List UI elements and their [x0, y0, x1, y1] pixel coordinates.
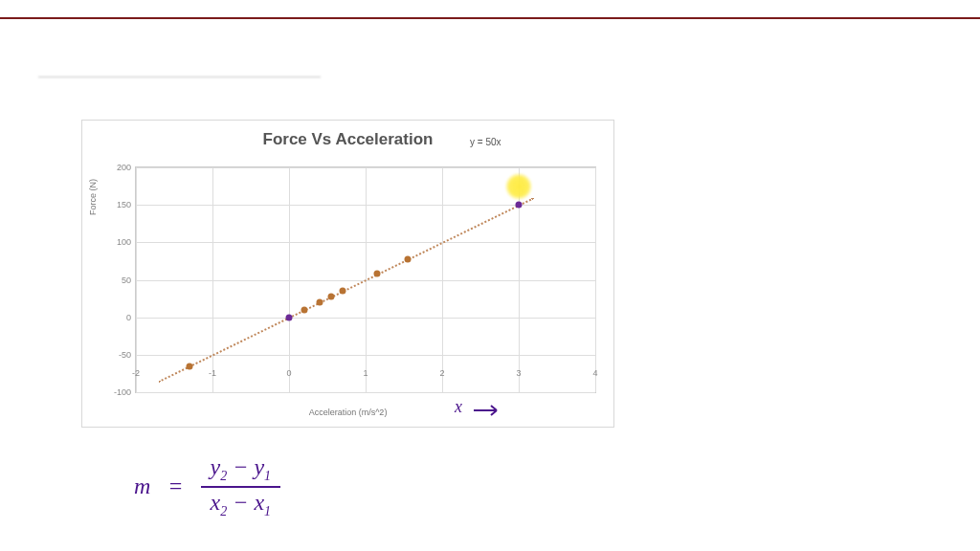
chart-data-point — [340, 288, 346, 295]
formula-fraction: y2 − y1 x2 − x1 — [201, 454, 281, 519]
handwritten-x-label: x — [455, 397, 462, 417]
chart-data-point — [317, 299, 323, 306]
grid-line-h — [136, 392, 595, 393]
grid-line-v — [136, 167, 137, 392]
y-tick-label: 50 — [93, 276, 131, 285]
chart-equation: y = 50x — [470, 137, 501, 147]
chart-data-point — [187, 363, 193, 369]
x-tick-label: 3 — [516, 368, 521, 378]
chart-data-point — [516, 202, 523, 209]
chart-x-axis-label: Acceleration (m/s^2) — [82, 408, 613, 417]
formula-numerator: y2 − y1 — [201, 454, 281, 488]
x-tick-label: 2 — [439, 368, 444, 378]
y-tick-label: 0 — [93, 313, 131, 322]
y-tick-label: 150 — [93, 200, 131, 209]
title-underline — [38, 77, 321, 77]
chart-plot-area: -100-50050100150200-2-101234 — [135, 166, 596, 393]
formula-denominator: x2 − x1 — [201, 488, 281, 519]
slide-content: y Force Vs Acceleration y = 50x Force (N… — [0, 19, 980, 551]
grid-line-v — [442, 167, 443, 392]
chart-data-point — [301, 306, 308, 313]
x-tick-label: 4 — [592, 368, 597, 378]
chart-data-point — [405, 255, 412, 262]
cursor-highlight — [505, 173, 532, 200]
chart-data-point — [328, 293, 335, 299]
y-tick-label: 200 — [93, 163, 131, 172]
x-tick-label: -2 — [132, 368, 140, 378]
grid-line-v — [289, 167, 290, 392]
chart-data-point — [374, 271, 381, 277]
grid-line-v — [212, 167, 213, 392]
y-tick-label: 100 — [93, 237, 131, 247]
chart-y-axis-label: Force (N) — [88, 164, 98, 231]
y-tick-label: -100 — [93, 387, 131, 397]
formula-lhs: m — [134, 474, 150, 499]
handwritten-x-arrow — [474, 402, 502, 419]
formula-equals: = — [167, 474, 183, 499]
x-tick-label: 0 — [286, 368, 291, 378]
chart-container: Force Vs Acceleration y = 50x Force (N) … — [81, 120, 614, 428]
chart-title: Force Vs Acceleration — [82, 130, 613, 149]
y-tick-label: -50 — [93, 350, 131, 360]
x-tick-label: 1 — [363, 368, 368, 378]
handwritten-slope-formula: m = y2 − y1 x2 − x1 — [134, 454, 280, 519]
grid-line-v — [595, 167, 596, 392]
x-tick-label: -1 — [209, 368, 216, 378]
chart-data-point — [286, 314, 293, 320]
